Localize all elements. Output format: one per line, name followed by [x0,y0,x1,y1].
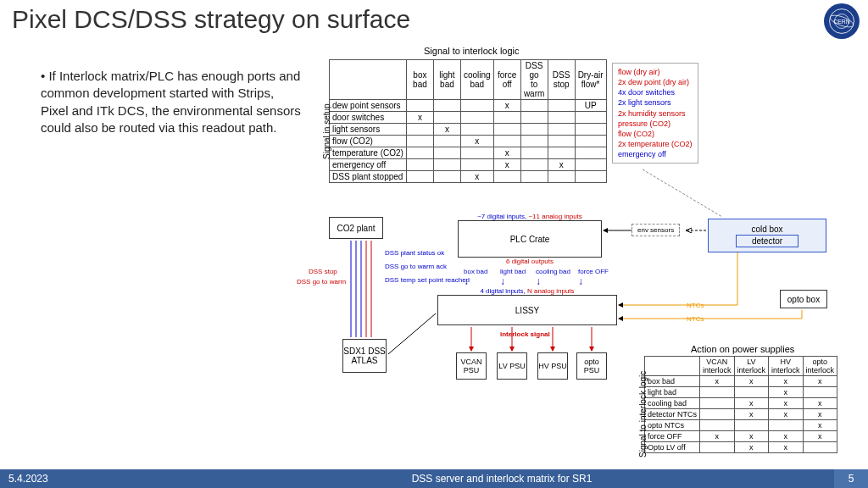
footer-page: 5 [834,469,868,488]
detector-box: detector [736,235,798,247]
bullet-text: If Interlock matrix/PLC has enough ports… [41,68,303,136]
lissy-analog-in: N analog inputs [527,287,575,295]
signal-setup-table: boxbadlightbadcoolingbadforceoffDSSgotow… [329,59,607,183]
lbl-dss-temp: DSS temp set point reached [385,276,470,284]
lbl-dss-stop: DSS stop [309,268,337,275]
lbl-box-bad: box bad↓ [464,268,487,287]
opto-box: opto box [780,290,827,308]
lissy-label: LISSY [515,306,539,315]
plc-analog-in: ~11 analog inputs [528,213,581,220]
svg-line-6 [643,169,722,217]
footer-date: 5.4.2023 [0,473,170,485]
lbl-dss-ack: DSS go to warm ack [385,263,447,270]
lbl-light-bad: light bad↓ [500,268,526,287]
svg-line-16 [388,313,436,354]
lbl-cooling-bad: cooling bad↓ [536,268,570,287]
table1-title: Signal to interlock logic [424,46,520,56]
lbl-interlock: interlock signal [500,330,550,338]
cold-box-label: cold box [751,225,782,234]
env-sensors-label: env sensors [632,224,680,236]
footer-title: DSS server and interlock matrix for SR1 [170,473,834,485]
lbl-dss-warm: DSS go to warm [297,278,346,286]
cold-box: cold box detector [708,219,826,252]
plc-crate-box: ~7 digital inputs, ~11 analog inputs PLC… [458,220,602,258]
lissy-box: 4 digital inputs, N analog inputs LISSY [437,295,617,325]
lbl-force-off: force OFF↓ [578,268,609,287]
plc-digital-in: ~7 digital inputs, [477,213,526,220]
plc-label: PLC Crate [510,235,550,244]
table1-axis: Signal in setup [322,103,331,159]
lissy-digital-in: 4 digital inputs, [480,287,525,295]
lbl-dss-status: DSS plant status ok [385,249,444,257]
footer-bar: 5.4.2023 DSS server and interlock matrix… [0,469,868,488]
sdx-box: SDX1 DSS ATLAS [342,339,387,373]
table2-title: Action on power supplies [691,344,794,354]
lv-psu-box: LV PSU [497,352,527,380]
table2-axis: Signal to interlock logic [638,371,648,458]
vcan-psu-box: VCAN PSU [456,352,487,380]
co2-plant-box: CO2 plant [329,217,383,239]
lbl-ntc1: NTCs [687,302,704,309]
cern-logo: CERN [824,3,860,39]
sensors-list: flow (dry air)2x dew point (dry air)4x d… [612,63,698,164]
action-table: VCANinterlockLVinterlockHVinterlockoptoi… [644,356,837,453]
svg-text:CERN: CERN [833,19,849,25]
hv-psu-box: HV PSU [537,352,568,380]
plc-digital-out: 6 digital outputs [459,258,601,265]
lbl-ntc2: NTCs [687,315,704,323]
opto-psu-box: opto PSU [576,352,607,380]
slide-title: Pixel DCS/DSS strategy on surface [12,5,410,34]
